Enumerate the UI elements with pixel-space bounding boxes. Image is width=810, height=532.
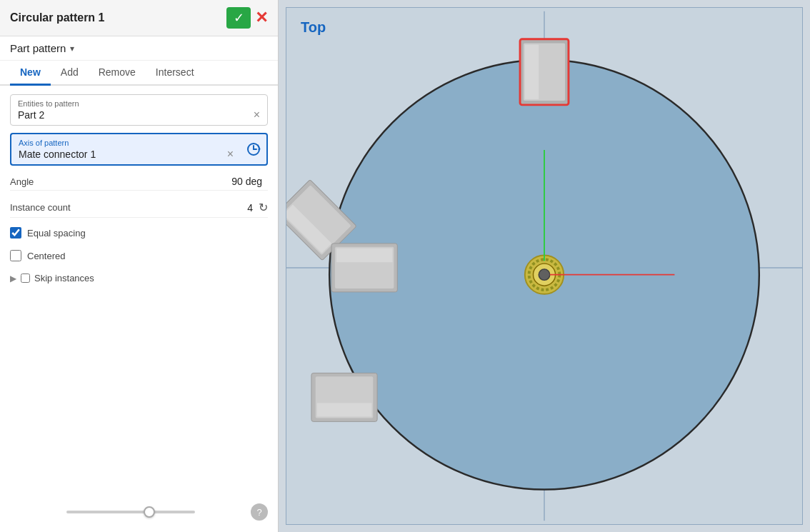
axis-value: Mate connector 1 (19, 149, 96, 160)
instance-count-value[interactable]: 4 (247, 202, 253, 214)
slider-row: ? (10, 498, 268, 523)
dropdown-label: Part pattern (10, 42, 66, 54)
angle-value[interactable]: 90 deg (231, 176, 262, 187)
canvas-label: Top (301, 19, 326, 36)
form-section: Entities to pattern Part 2 × Axis of pat… (0, 86, 278, 532)
centered-row: Centered (10, 248, 268, 264)
refresh-icon[interactable]: ↻ (259, 201, 268, 214)
tab-new[interactable]: New (10, 61, 51, 86)
close-icon: ✕ (255, 9, 268, 26)
axis-icon-button[interactable] (241, 133, 268, 166)
entities-field-group: Entities to pattern Part 2 × (10, 94, 268, 126)
equal-spacing-row: Equal spacing (10, 225, 268, 241)
entities-value-row: Part 2 × (18, 109, 260, 121)
instance-count-row: Instance count 4 ↻ (10, 198, 268, 218)
centered-label: Centered (27, 251, 65, 261)
axis-label: Axis of pattern (19, 139, 234, 147)
equal-spacing-checkbox[interactable] (10, 227, 21, 239)
slider-track (66, 511, 195, 513)
left-panel: Circular pattern 1 ✓ ✕ Part pattern ▾ Ne… (0, 0, 279, 532)
svg-rect-14 (525, 44, 539, 99)
skip-chevron-icon[interactable]: ▶ (10, 273, 16, 283)
tab-remove[interactable]: Remove (89, 61, 146, 86)
canvas-area: Top (279, 0, 810, 532)
skip-instances-row: ▶ Skip instances (10, 271, 268, 286)
canvas-inner: Top (286, 7, 803, 525)
slider-thumb[interactable] (144, 506, 155, 518)
axis-clear-button[interactable]: × (227, 149, 234, 160)
equal-spacing-label: Equal spacing (27, 228, 86, 239)
axis-field-group: Axis of pattern Mate connector 1 × (10, 133, 241, 166)
slider-container (10, 511, 251, 513)
cancel-button[interactable]: ✕ (255, 7, 268, 29)
panel-title: Circular pattern 1 (10, 11, 104, 24)
tab-add[interactable]: Add (51, 61, 89, 86)
entities-label: Entities to pattern (18, 99, 260, 108)
dropdown-arrow-icon: ▾ (70, 44, 74, 54)
header-buttons: ✓ ✕ (226, 7, 268, 29)
centered-checkbox[interactable] (10, 250, 21, 261)
help-button[interactable]: ? (251, 503, 268, 521)
confirm-button[interactable]: ✓ (226, 7, 251, 29)
axis-value-row: Mate connector 1 × (19, 149, 234, 160)
canvas-svg (286, 8, 802, 524)
panel-header: Circular pattern 1 ✓ ✕ (0, 0, 278, 36)
entities-value: Part 2 (18, 109, 44, 121)
svg-point-8 (539, 269, 550, 281)
tab-intersect[interactable]: Intersect (146, 61, 204, 86)
instance-count-label: Instance count (10, 202, 247, 213)
skip-instances-checkbox[interactable] (21, 273, 30, 283)
pattern-type-dropdown[interactable]: Part pattern ▾ (10, 42, 74, 54)
svg-rect-20 (336, 249, 393, 262)
check-icon: ✓ (234, 10, 244, 26)
angle-label: Angle (10, 176, 231, 187)
entities-clear-button[interactable]: × (254, 109, 260, 121)
dropdown-row: Part pattern ▾ (0, 36, 278, 61)
help-icon: ? (256, 507, 261, 518)
axis-clock-icon (246, 142, 261, 156)
tabs-row: New Add Remove Intersect (0, 61, 278, 86)
axis-row: Axis of pattern Mate connector 1 × (10, 133, 268, 166)
angle-row: Angle 90 deg (10, 173, 268, 191)
skip-instances-label: Skip instances (34, 273, 94, 283)
svg-rect-23 (317, 403, 372, 416)
